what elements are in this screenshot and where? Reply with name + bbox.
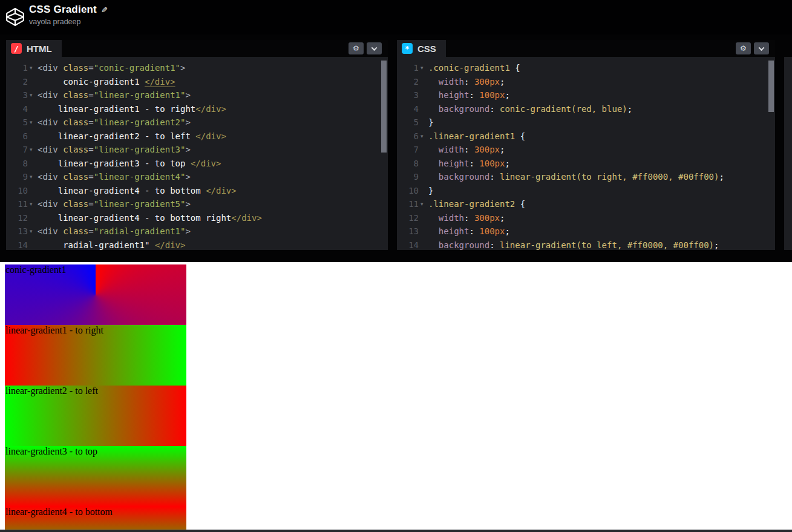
code-line[interactable]: 12 width: 300px; xyxy=(397,211,775,225)
fold-caret-icon[interactable]: ▾ xyxy=(419,61,428,75)
html-settings-button[interactable]: ⚙ xyxy=(349,42,364,54)
code-line[interactable]: 4 linear-gradient1 - to right</div> xyxy=(6,102,388,116)
line-number: 10 xyxy=(397,184,419,198)
line-number: 9 xyxy=(6,170,28,184)
code-line[interactable]: 13▾<div class="radial-gradient1"> xyxy=(6,225,388,238)
js-panel-edge xyxy=(784,57,792,250)
code-text: } xyxy=(428,116,433,130)
html-collapse-button[interactable] xyxy=(367,42,382,54)
fold-gutter xyxy=(419,157,428,171)
fold-gutter xyxy=(28,238,38,251)
line-number: 14 xyxy=(6,238,28,251)
code-text: conic-gradient1 </div> xyxy=(38,75,175,89)
code-line[interactable]: 1▾<div class="conic-gradient1"> xyxy=(6,61,388,75)
preview-box-label: linear-gradient3 - to top xyxy=(5,446,97,456)
fold-caret-icon[interactable]: ▾ xyxy=(28,225,38,238)
line-number: 12 xyxy=(397,211,419,225)
result-preview: conic-gradient1linear-gradient1 - to rig… xyxy=(0,262,792,530)
fold-gutter xyxy=(419,238,428,251)
code-line[interactable]: 6▾.linear-gradient1 { xyxy=(397,130,775,143)
fold-caret-icon[interactable]: ▾ xyxy=(28,88,38,102)
gear-icon: ⚙ xyxy=(353,44,359,53)
codepen-logo-icon[interactable] xyxy=(5,7,25,27)
code-line[interactable]: 14 background: linear-gradient(to left, … xyxy=(397,238,775,251)
code-text: .conic-gradient1 { xyxy=(428,61,520,75)
line-number: 4 xyxy=(6,102,28,116)
code-text: <div class="linear-gradient2"> xyxy=(38,116,191,130)
css-icon: * xyxy=(402,43,413,54)
html-panel: / HTML ⚙ 1▾<div class="conic-gradient1">… xyxy=(6,40,388,250)
fold-gutter xyxy=(419,116,428,130)
code-text: background: linear-gradient(to right, #f… xyxy=(428,170,724,184)
code-line[interactable]: 5} xyxy=(397,116,775,130)
fold-gutter xyxy=(419,184,428,198)
fold-caret-icon[interactable]: ▾ xyxy=(419,197,428,211)
code-line[interactable]: 7▾<div class="linear-gradient3"> xyxy=(6,143,388,157)
code-line[interactable]: 2 width: 300px; xyxy=(397,75,775,89)
code-line[interactable]: 3▾<div class="linear-gradient1"> xyxy=(6,88,388,102)
code-line[interactable]: 12 linear-gradient4 - to bottom right</d… xyxy=(6,211,388,225)
code-line[interactable]: 9▾<div class="linear-gradient4"> xyxy=(6,170,388,184)
line-number: 4 xyxy=(397,102,419,116)
code-line[interactable]: 13 height: 100px; xyxy=(397,225,775,238)
fold-caret-icon[interactable]: ▾ xyxy=(28,197,38,211)
line-number: 8 xyxy=(397,157,419,171)
code-text: background: linear-gradient(to left, #ff… xyxy=(428,238,719,251)
css-editor-scrollbar[interactable] xyxy=(768,61,774,112)
code-line[interactable]: 3 height: 100px; xyxy=(397,88,775,102)
tab-css[interactable]: * CSS xyxy=(397,40,446,57)
code-line[interactable]: 6 linear-gradient2 - to left </div> xyxy=(6,130,388,143)
fold-caret-icon[interactable]: ▾ xyxy=(419,130,428,143)
chevron-down-icon xyxy=(759,45,765,51)
fold-gutter xyxy=(28,102,38,116)
tab-html[interactable]: / HTML xyxy=(6,40,62,57)
fold-gutter xyxy=(419,75,428,89)
fold-gutter xyxy=(28,157,38,171)
code-line[interactable]: 5▾<div class="linear-gradient2"> xyxy=(6,116,388,130)
code-text: height: 100px; xyxy=(428,88,510,102)
html-tab-label: HTML xyxy=(27,44,52,54)
preview-gradient-box: conic-gradient1 xyxy=(5,264,186,325)
line-number: 7 xyxy=(6,143,28,157)
code-line[interactable]: 10} xyxy=(397,184,775,198)
line-number: 5 xyxy=(6,116,28,130)
code-line[interactable]: 10 linear-gradient4 - to bottom </div> xyxy=(6,184,388,198)
code-line[interactable]: 11▾.linear-gradient2 { xyxy=(397,197,775,211)
code-text: linear-gradient3 - to top </div> xyxy=(38,157,221,171)
pen-author[interactable]: vayola pradeep xyxy=(29,18,108,26)
code-line[interactable]: 9 background: linear-gradient(to right, … xyxy=(397,170,775,184)
code-line[interactable]: 11▾<div class="linear-gradient5"> xyxy=(6,197,388,211)
fold-caret-icon[interactable]: ▾ xyxy=(28,61,38,75)
code-line[interactable]: 8 linear-gradient3 - to top </div> xyxy=(6,157,388,171)
preview-box-label: linear-gradient1 - to right xyxy=(5,325,103,335)
fold-caret-icon[interactable]: ▾ xyxy=(28,143,38,157)
line-number: 12 xyxy=(6,211,28,225)
code-line[interactable]: 4 background: conic-gradient(red, blue); xyxy=(397,102,775,116)
fold-gutter xyxy=(419,88,428,102)
fold-caret-icon[interactable]: ▾ xyxy=(28,116,38,130)
line-number: 3 xyxy=(6,88,28,102)
fold-gutter xyxy=(419,211,428,225)
html-editor-scrollbar[interactable] xyxy=(381,61,387,153)
line-number: 8 xyxy=(6,157,28,171)
code-text: linear-gradient1 - to right</div> xyxy=(38,102,226,116)
fold-caret-icon[interactable]: ▾ xyxy=(28,170,38,184)
css-settings-button[interactable]: ⚙ xyxy=(736,42,751,54)
preview-box-label: conic-gradient1 xyxy=(5,264,66,275)
css-code-editor[interactable]: 1▾.conic-gradient1 {2 width: 300px;3 hei… xyxy=(397,57,775,250)
css-collapse-button[interactable] xyxy=(754,42,769,54)
code-line[interactable]: 1▾.conic-gradient1 { xyxy=(397,61,775,75)
code-text: <div class="linear-gradient3"> xyxy=(38,143,191,157)
header-bar: CSS Gradient✎ vayola pradeep xyxy=(0,0,792,34)
line-number: 5 xyxy=(397,116,419,130)
code-line[interactable]: 8 height: 100px; xyxy=(397,157,775,171)
code-line[interactable]: 7 width: 300px; xyxy=(397,143,775,157)
code-line[interactable]: 14 radial-gradient1" </div> xyxy=(6,238,388,251)
edit-pencil-icon[interactable]: ✎ xyxy=(101,5,108,15)
line-number: 14 xyxy=(397,238,419,251)
html-code-editor[interactable]: 1▾<div class="conic-gradient1">2 conic-g… xyxy=(6,57,388,250)
code-text: <div class="linear-gradient4"> xyxy=(38,170,191,184)
line-number: 3 xyxy=(397,88,419,102)
console-bar-edge[interactable] xyxy=(0,530,792,532)
code-line[interactable]: 2 conic-gradient1 </div> xyxy=(6,75,388,89)
